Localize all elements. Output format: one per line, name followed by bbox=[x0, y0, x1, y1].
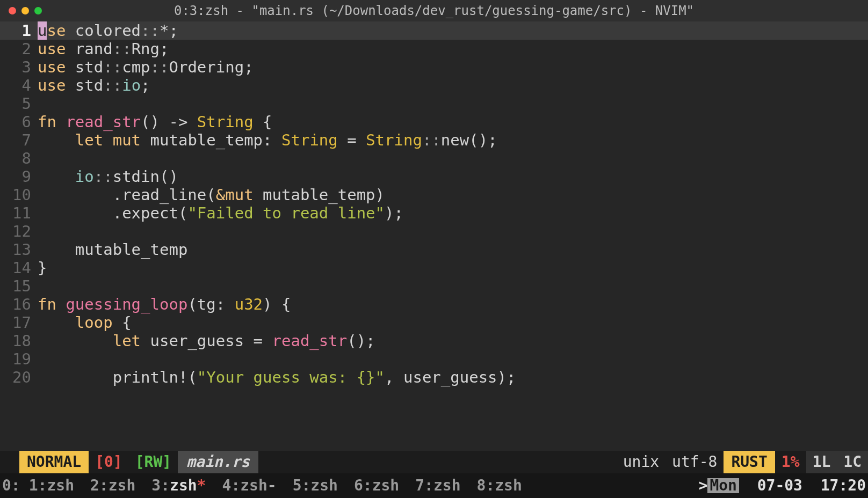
tmux-right-arrow-icon: > bbox=[699, 478, 708, 493]
token-kw: let bbox=[113, 332, 141, 350]
tmux-window-name: zsh bbox=[310, 477, 338, 494]
code-content[interactable]: .expect("Failed to read line"); bbox=[38, 206, 868, 221]
token-pu: (); bbox=[469, 131, 497, 149]
tmux-window[interactable]: 1:zsh bbox=[29, 477, 74, 494]
code-content[interactable]: use colored::*; bbox=[38, 23, 868, 39]
code-line[interactable]: 6fn read_str() -> String { bbox=[0, 113, 868, 131]
line-number-gutter: 4 bbox=[0, 78, 38, 93]
code-line[interactable]: 4use std::io; bbox=[0, 76, 868, 94]
code-content[interactable]: use std::cmp::Ordering; bbox=[38, 60, 868, 75]
code-content[interactable]: io::stdin() bbox=[38, 169, 868, 185]
token-pu: . bbox=[38, 186, 122, 204]
code-line[interactable]: 3use std::cmp::Ordering; bbox=[0, 58, 868, 76]
tmux-window[interactable]: 4:zsh- bbox=[222, 477, 276, 494]
tmux-window-name: zsh bbox=[240, 477, 267, 494]
tmux-window-index: 3: bbox=[151, 477, 170, 494]
token-pu: = bbox=[338, 131, 366, 149]
line-number-gutter: 18 bbox=[0, 333, 38, 349]
code-line[interactable]: 20 println!("Your guess was: {}", user_g… bbox=[0, 368, 868, 386]
tmux-window-name: zsh bbox=[495, 477, 522, 494]
code-line[interactable]: 12 bbox=[0, 222, 868, 240]
tmux-window-index: 1: bbox=[29, 477, 47, 494]
token-pu: { bbox=[113, 313, 132, 332]
code-content[interactable]: fn read_str() -> String { bbox=[38, 114, 868, 130]
line-number-gutter: 2 bbox=[0, 41, 38, 57]
tmux-window[interactable]: 8:zsh bbox=[477, 477, 522, 494]
bracket-close: ] bbox=[113, 455, 122, 470]
code-content[interactable]: println!("Your guess was: {}", user_gues… bbox=[38, 370, 868, 385]
code-content[interactable]: mutable_temp bbox=[38, 242, 868, 258]
tmux-date: 07-03 bbox=[757, 477, 802, 494]
token-id: , user_guess); bbox=[385, 368, 516, 386]
tmux-window-name: zsh bbox=[372, 477, 400, 494]
code-line[interactable]: 18 let user_guess = read_str(); bbox=[0, 332, 868, 350]
code-content[interactable]: fn guessing_loop(tg: u32) { bbox=[38, 297, 868, 312]
code-content[interactable]: .read_line(&mut mutable_temp) bbox=[38, 187, 868, 203]
token-id: expect bbox=[122, 204, 178, 222]
fileformat: unix bbox=[617, 451, 666, 473]
code-line[interactable]: 5 bbox=[0, 94, 868, 113]
token-id: Ordering bbox=[169, 58, 244, 76]
tmux-last-flag-icon: - bbox=[267, 477, 277, 494]
code-content[interactable]: let mut mutable_temp: String = String::n… bbox=[38, 133, 868, 148]
filename: main.rs bbox=[178, 451, 258, 473]
code-content[interactable]: let user_guess = read_str(); bbox=[38, 333, 868, 349]
tmux-window[interactable]: 6:zsh bbox=[354, 477, 399, 494]
line-number-gutter: 13 bbox=[0, 242, 38, 258]
code-line[interactable]: 7 let mut mutable_temp: String = String:… bbox=[0, 131, 868, 149]
code-line[interactable]: 10 .read_line(&mut mutable_temp) bbox=[0, 186, 868, 204]
token-id: std bbox=[75, 76, 103, 94]
token-id: (tg: bbox=[187, 295, 234, 313]
tmux-window-name: zsh bbox=[170, 477, 197, 494]
token-gr: :: bbox=[422, 131, 441, 149]
bracket-open: [ bbox=[95, 455, 104, 470]
token-kw: use bbox=[38, 40, 66, 58]
code-line[interactable]: 2use rand::Rng; bbox=[0, 40, 868, 58]
token-str: "Failed to read line" bbox=[187, 204, 385, 222]
tmux-window[interactable]: 5:zsh bbox=[293, 477, 338, 494]
token-gr: :: bbox=[113, 40, 132, 58]
tmux-session: 0: bbox=[2, 478, 20, 493]
token-cursorcol: u bbox=[38, 21, 47, 40]
percent-through-file: 1% bbox=[775, 451, 806, 473]
token-gr: :: bbox=[150, 58, 169, 76]
line-number-gutter: 7 bbox=[0, 133, 38, 148]
token-kw: use bbox=[38, 76, 66, 94]
token-pu bbox=[103, 131, 112, 149]
token-pu: ; bbox=[160, 40, 169, 58]
code-line[interactable]: 11 .expect("Failed to read line"); bbox=[0, 204, 868, 222]
code-line[interactable]: 16fn guessing_loop(tg: u32) { bbox=[0, 295, 868, 313]
editor-viewport[interactable]: 1use colored::*;2use rand::Rng;3use std:… bbox=[0, 21, 868, 451]
code-line[interactable]: 13 mutable_temp bbox=[0, 240, 868, 259]
code-line[interactable]: 8 bbox=[0, 149, 868, 167]
window-title: 0:3:zsh - "main.rs (~/Downloads/dev_rust… bbox=[0, 4, 868, 17]
line-number-gutter: 5 bbox=[0, 96, 38, 112]
code-line[interactable]: 15 bbox=[0, 277, 868, 295]
code-line[interactable]: 19 bbox=[0, 350, 868, 368]
token-pu: ); bbox=[385, 204, 403, 222]
line-number-gutter: 1 bbox=[0, 23, 38, 39]
tmux-window[interactable]: 2:zsh bbox=[90, 477, 135, 494]
code-line[interactable]: 17 loop { bbox=[0, 313, 868, 332]
token-id: mutable_temp) bbox=[254, 186, 385, 204]
filetype: RUST bbox=[724, 451, 775, 473]
tmux-window-index: 6: bbox=[354, 477, 372, 494]
code-content[interactable]: use std::io; bbox=[38, 78, 868, 93]
statusline-spacer bbox=[258, 451, 616, 473]
code-content[interactable]: use rand::Rng; bbox=[38, 41, 868, 57]
token-pu bbox=[66, 21, 75, 40]
code-line[interactable]: 14} bbox=[0, 259, 868, 277]
line-number-gutter: 15 bbox=[0, 279, 38, 294]
code-line[interactable]: 9 io::stdin() bbox=[0, 167, 868, 186]
code-content[interactable]: loop { bbox=[38, 315, 868, 331]
tmux-window[interactable]: 3:zsh* bbox=[151, 477, 206, 494]
tmux-window[interactable]: 7:zsh bbox=[415, 477, 460, 494]
token-id: println! bbox=[113, 368, 188, 386]
code-line[interactable]: 1use colored::*; bbox=[0, 21, 868, 40]
tmux-time: 17:20 bbox=[821, 477, 866, 494]
token-pu: ( bbox=[178, 204, 187, 222]
token-pu bbox=[56, 295, 66, 313]
token-pu bbox=[38, 332, 113, 350]
code-content[interactable]: } bbox=[38, 260, 868, 276]
mode-indicator: NORMAL bbox=[19, 451, 89, 473]
